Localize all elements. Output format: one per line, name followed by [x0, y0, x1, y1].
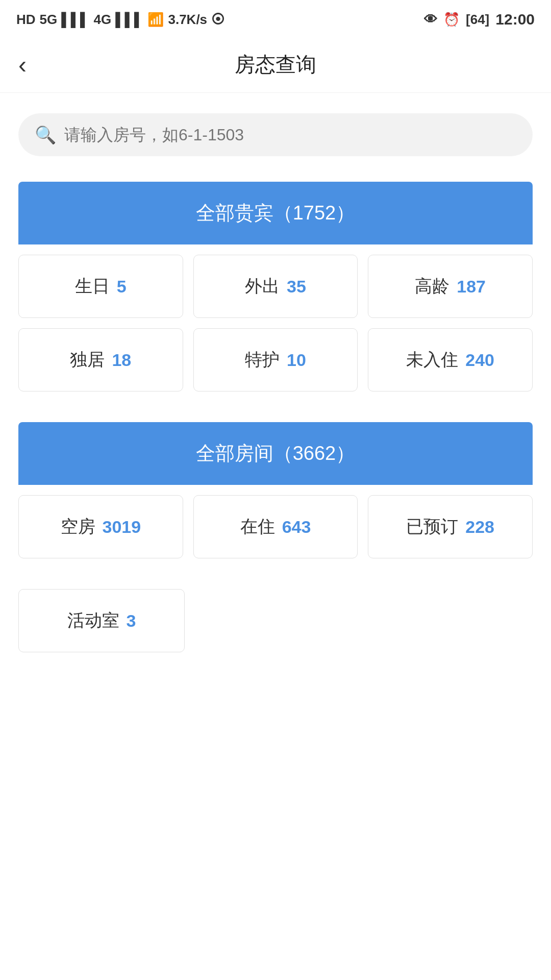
stat-card-activity[interactable]: 活动室 3 — [18, 589, 185, 652]
stat-label-not-checkin: 未入住 — [406, 348, 458, 372]
stat-label-activity: 活动室 — [67, 609, 119, 632]
guest-stats-grid: 生日 5 外出 35 高龄 187 独居 18 特护 10 未入住 2 — [18, 255, 533, 391]
stat-label-occupied: 在住 — [240, 515, 275, 538]
search-icon: 🔍 — [35, 125, 56, 145]
speed: 3.7K/s — [168, 12, 207, 28]
guest-banner[interactable]: 全部贵宾（1752） — [18, 182, 533, 244]
stat-card-elderly[interactable]: 高龄 187 — [368, 255, 533, 318]
stat-count-solo: 18 — [112, 350, 131, 370]
signal-bars: ▌▌▌ — [61, 12, 89, 28]
eye-icon: 👁 — [424, 12, 437, 28]
stat-count-outside: 35 — [287, 277, 306, 297]
alarm-icon: ⏰ — [443, 12, 460, 28]
main-content: 🔍 全部贵宾（1752） 生日 5 外出 35 高龄 187 独居 18 — [0, 93, 551, 708]
room-section: 全部房间（3662） 空房 3019 在住 643 已预订 228 活动室 3 — [18, 422, 533, 652]
stat-count-activity: 3 — [127, 611, 136, 631]
stat-card-empty-room[interactable]: 空房 3019 — [18, 495, 183, 558]
stat-count-occupied: 643 — [282, 517, 311, 537]
page-title: 房态查询 — [235, 51, 316, 79]
extra-icon: ⦿ — [211, 12, 224, 28]
guest-banner-text: 全部贵宾（1752） — [196, 202, 356, 224]
stat-count-elderly: 187 — [457, 277, 486, 297]
stat-label-outside: 外出 — [245, 275, 280, 298]
stat-count-not-checkin: 240 — [465, 350, 494, 370]
signal-5g: 5G — [40, 12, 58, 28]
stat-label-special: 特护 — [245, 348, 280, 372]
stat-label-solo: 独居 — [70, 348, 105, 372]
guest-section: 全部贵宾（1752） 生日 5 外出 35 高龄 187 独居 18 特护 — [18, 182, 533, 391]
stat-count-reserved: 228 — [465, 517, 494, 537]
status-time: 12:00 — [495, 11, 535, 28]
search-input[interactable] — [64, 126, 516, 144]
stat-count-special: 10 — [287, 350, 306, 370]
nav-bar: ‹ 房态查询 — [0, 37, 551, 93]
signal-bars2: ▌▌▌ — [115, 12, 143, 28]
hd-icon: HD — [16, 12, 36, 28]
room-banner[interactable]: 全部房间（3662） — [18, 422, 533, 485]
battery-icon: [64] — [466, 12, 489, 28]
stat-label-empty-room: 空房 — [61, 515, 95, 538]
stat-card-special[interactable]: 特护 10 — [193, 328, 358, 391]
room-banner-text: 全部房间（3662） — [196, 443, 356, 464]
stat-card-birthday[interactable]: 生日 5 — [18, 255, 183, 318]
stat-count-empty-room: 3019 — [103, 517, 141, 537]
back-button[interactable]: ‹ — [18, 51, 27, 79]
stat-label-reserved: 已预订 — [406, 515, 458, 538]
stat-count-birthday: 5 — [117, 277, 127, 297]
signal-4g: 4G — [94, 12, 112, 28]
stat-card-reserved[interactable]: 已预订 228 — [368, 495, 533, 558]
stat-label-elderly: 高龄 — [415, 275, 449, 298]
status-right: 👁 ⏰ [64] 12:00 — [424, 11, 535, 28]
status-bar: HD 5G ▌▌▌ 4G ▌▌▌ 📶 3.7K/s ⦿ 👁 ⏰ [64] 12:… — [0, 0, 551, 37]
stat-label-birthday: 生日 — [75, 275, 110, 298]
stat-card-outside[interactable]: 外出 35 — [193, 255, 358, 318]
status-left: HD 5G ▌▌▌ 4G ▌▌▌ 📶 3.7K/s ⦿ — [16, 12, 224, 28]
activity-room-row: 活动室 3 — [18, 589, 533, 652]
stat-card-solo[interactable]: 独居 18 — [18, 328, 183, 391]
stat-card-occupied[interactable]: 在住 643 — [193, 495, 358, 558]
room-stats-grid: 空房 3019 在住 643 已预订 228 — [18, 495, 533, 558]
stat-card-not-checkin[interactable]: 未入住 240 — [368, 328, 533, 391]
wifi-icon: 📶 — [147, 12, 164, 28]
search-bar[interactable]: 🔍 — [18, 113, 533, 156]
